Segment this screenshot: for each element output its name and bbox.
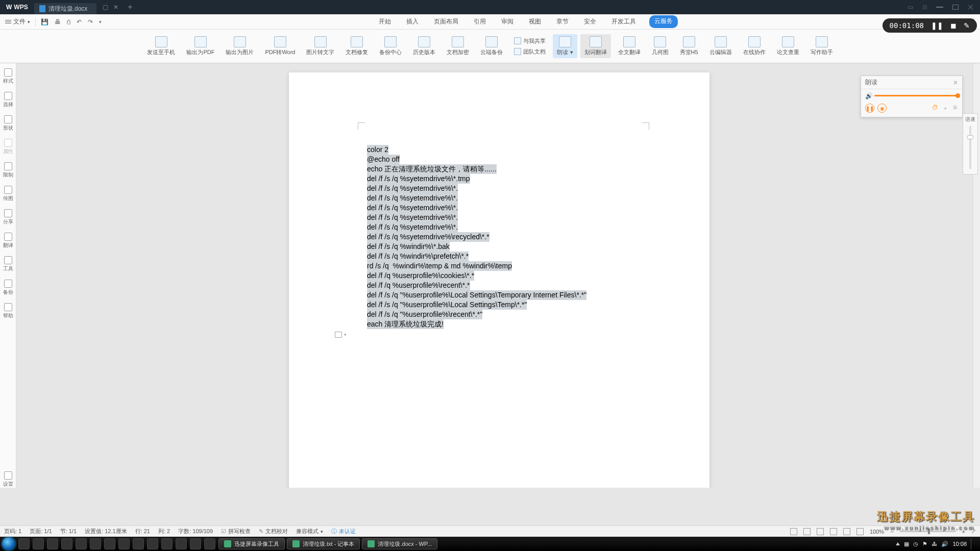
sidebar-item-工具[interactable]: 工具 [3, 256, 13, 272]
read-pause-button[interactable]: ❚❚ [865, 104, 874, 113]
status-spellcheck[interactable]: ☑拼写检查 [221, 528, 251, 535]
ribbon-tool-论文查重[interactable]: 论文查重 [773, 34, 803, 58]
sidebar-item-翻译[interactable]: 翻译 [3, 233, 13, 249]
doc-line-4[interactable]: del /f /s /q %syetemdrive%\*. [367, 184, 458, 193]
taskbar-app-0[interactable]: 迅捷屏幕录像工具 [218, 538, 285, 549]
ribbon-tool-划词翻译[interactable]: 划词翻译 [580, 34, 611, 58]
doc-line-11[interactable]: del /f /s /q %windir%\prefetch\*.* [367, 252, 469, 261]
start-button[interactable] [2, 537, 15, 550]
zoom-slider[interactable] [900, 531, 956, 532]
view-focus-icon[interactable] [856, 528, 864, 535]
read-add-icon[interactable]: ＋ [942, 104, 948, 113]
sidebar-item-帮助[interactable]: 帮助 [3, 303, 13, 319]
tray-icon-3[interactable]: ⚑ [922, 541, 927, 547]
read-stop-button[interactable]: ◉ [877, 104, 887, 113]
speed-slider[interactable] [969, 126, 971, 169]
ribbon-tool-几何图[interactable]: 几何图 [648, 34, 673, 58]
read-settings-icon[interactable]: ⚞ [952, 104, 958, 113]
status-page-no[interactable]: 页码: 1 [4, 528, 21, 535]
recorder-pause-icon[interactable]: ❚❚ [931, 21, 943, 30]
volume-icon[interactable]: 🔊 [865, 92, 871, 98]
status-setval[interactable]: 设置值: 12.1厘米 [85, 528, 127, 535]
maximize-icon[interactable] [952, 5, 959, 10]
ribbon-tab-3[interactable]: 引用 [472, 15, 488, 28]
doc-line-18[interactable]: each 清理系统垃圾完成! [367, 319, 444, 329]
pinned-app-2[interactable] [33, 538, 44, 549]
file-menu-button[interactable]: 文件 ▾ [0, 14, 35, 29]
doc-line-10[interactable]: del /f /s /q %windir%\*.bak [367, 242, 450, 252]
ribbon-tab-2[interactable]: 页面布局 [432, 15, 460, 28]
doc-line-0[interactable]: color 2 [367, 145, 388, 155]
sidebar-item-传图[interactable]: 传图 [3, 186, 13, 202]
doc-line-5[interactable]: del /f /s /q %syetemdrive%\*. [367, 193, 458, 203]
zoom-out-icon[interactable]: − [890, 529, 893, 535]
doc-line-8[interactable]: del /f /s /q %syetemdrive%\*. [367, 222, 458, 232]
sidebar-item-备份[interactable]: 备份 [3, 280, 13, 296]
doc-line-14[interactable]: del /f /q %userprofile%\recent\*.* [367, 281, 470, 290]
tray-volume-icon[interactable]: 🔊 [941, 541, 948, 547]
pinned-app-14[interactable] [204, 538, 215, 549]
ribbon-tool-秀堂H5[interactable]: 秀堂H5 [676, 34, 702, 58]
pinned-app-1[interactable] [18, 538, 30, 549]
undo-icon[interactable]: ↶ [77, 18, 82, 26]
save-icon[interactable]: 💾 [41, 18, 48, 26]
ribbon-tool-文档加密[interactable]: 文档加密 [443, 34, 473, 58]
ribbon-tab-8[interactable]: 开发工具 [609, 15, 638, 28]
ribbon-tab-7[interactable]: 安全 [582, 15, 598, 28]
ribbon-tool-写作助手[interactable]: 写作助手 [806, 34, 837, 58]
doc-line-12[interactable]: rd /s /q %windir%\temp & md %windir%\tem… [367, 261, 512, 271]
ribbon-tool-备份中心[interactable]: 备份中心 [375, 34, 406, 58]
doc-line-9[interactable]: del /f /s /q %syetemdrive%\recycled\*.* [367, 232, 489, 242]
status-pages[interactable]: 页面: 1/1 [30, 528, 52, 535]
view-print-layout-icon[interactable] [803, 528, 811, 535]
zoom-value[interactable]: 100% [870, 529, 884, 535]
pinned-app-6[interactable] [90, 538, 101, 549]
ribbon-tool-输出为PDF[interactable]: 输出为PDF [182, 34, 218, 58]
document-tab[interactable]: 清理垃圾.docx [34, 3, 97, 14]
pinned-app-13[interactable] [190, 538, 201, 549]
ribbon-tool-文档修复[interactable]: 文档修复 [341, 34, 372, 58]
tray-expand-icon[interactable] [896, 542, 900, 545]
ribbon-tab-9[interactable]: 云服务 [649, 15, 678, 28]
zoom-fit-icon[interactable]: ⤢ [971, 528, 976, 535]
status-doc-proof[interactable]: ✎文档校对 [259, 528, 288, 535]
doc-line-3[interactable]: del /f /s /q %syetemdrive%\*.tmp [367, 174, 470, 184]
doc-line-15[interactable]: del /f /s /q "%userprofile%\Local Settin… [367, 290, 586, 300]
ribbon-tool-全文翻译[interactable]: 全文翻译 [614, 34, 645, 58]
pinned-app-5[interactable] [76, 538, 87, 549]
doc-line-17[interactable]: del /f /s /q "%userprofile%\recent\*.*" [367, 310, 482, 319]
ribbon-tool-输出为图片[interactable]: 输出为图片 [222, 34, 258, 58]
show-desktop-button[interactable] [971, 538, 975, 549]
qat-dropdown-icon[interactable]: ▾ [99, 19, 102, 24]
doc-line-6[interactable]: del /f /s /q %syetemdrive%\*. [367, 203, 458, 213]
recorder-edit-icon[interactable]: ✎ [964, 21, 970, 30]
taskbar-app-1[interactable]: 清理垃圾.txt - 记事本 [287, 538, 360, 549]
ribbon-tool-发送至手机[interactable]: 发送至手机 [143, 34, 179, 58]
window-icon-2[interactable]: ⁝⁝⁝ [922, 4, 927, 11]
status-compat[interactable]: 兼容模式▾ [296, 528, 323, 535]
tray-icon-1[interactable]: ▦ [904, 541, 909, 547]
ribbon-tool-图片转文字[interactable]: 图片转文字 [302, 34, 338, 58]
read-timer-icon[interactable]: ⏱ [932, 104, 938, 113]
ribbon-tool-PDF转Word[interactable]: PDF转Word [261, 34, 299, 58]
sidebar-item-设置[interactable]: 设置 [3, 471, 13, 488]
ribbon-tab-4[interactable]: 审阅 [499, 15, 516, 28]
close-icon[interactable] [968, 4, 974, 10]
pinned-app-9[interactable] [133, 538, 144, 549]
status-words[interactable]: 字数: 109/109 [178, 528, 213, 535]
minimize-icon[interactable] [936, 7, 943, 8]
status-uncert[interactable]: ⓘ未认证 [331, 528, 356, 535]
recorder-stop-icon[interactable]: ◼ [950, 21, 957, 30]
sidebar-item-限制[interactable]: 限制 [3, 162, 13, 179]
zoom-in-icon[interactable]: + [962, 529, 965, 535]
document-body[interactable]: color 2@echo offecho 正在清理系统垃圾文件，请稍等.....… [367, 145, 586, 329]
doc-line-13[interactable]: del /f /q %userprofile%\cookies\*.* [367, 271, 474, 281]
view-fullscreen-icon[interactable] [790, 528, 797, 535]
ribbon-tool-历史版本[interactable]: 历史版本 [409, 34, 439, 58]
doc-line-16[interactable]: del /f /s /q "%userprofile%\Local Settin… [367, 300, 527, 310]
tab-pin-icon[interactable]: ▢ [103, 4, 108, 11]
document-canvas[interactable]: color 2@echo offecho 正在清理系统垃圾文件，请稍等.....… [16, 63, 980, 488]
tray-icon-2[interactable]: ◷ [913, 541, 918, 547]
pinned-app-3[interactable] [47, 538, 58, 549]
insert-widget[interactable]: ▾ [335, 332, 347, 338]
